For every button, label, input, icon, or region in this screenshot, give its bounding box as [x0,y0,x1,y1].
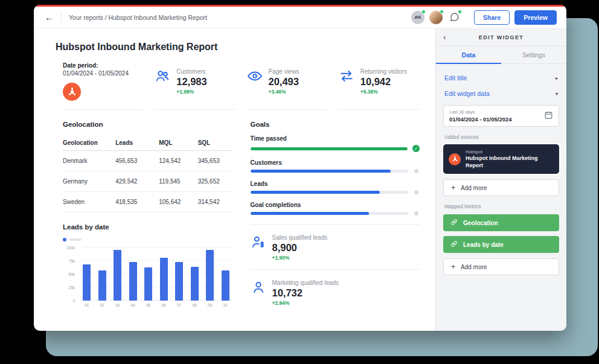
stat-card[interactable]: Marketing qualified leads 10,732 +2.94% [251,270,420,315]
kpi-row: Date period: 01/04/2024 - 01/05/2024 Cus… [56,62,420,110]
person-icon [251,279,266,295]
avatar-initials[interactable]: AK [411,11,424,24]
kpi-card[interactable]: Page views 20,493 +3.46% [247,62,328,110]
report-canvas: Hubspot Inbound Marketing Report Date pe… [34,28,435,331]
table-cell: 119,545 [159,178,197,185]
progress-end-dot [414,190,418,194]
panel-title: EDIT WIDGET [479,34,524,40]
table-cell: Sweden [63,199,115,205]
bar[interactable] [98,270,106,301]
bar[interactable] [114,250,121,301]
geolocation-section[interactable]: Geolocation GeolocationLeadsMQLSQLDenmar… [63,110,232,315]
table-header-row: GeolocationLeadsMQLSQL [63,135,232,151]
y-tick-label: 0 [72,299,75,303]
date-period-card[interactable]: Date period: 01/04/2024 - 01/05/2024 [63,62,144,110]
kpi-value: 10,942 [360,76,407,88]
date-period-value: 01/04/2024 - 01/05/2024 [63,70,144,77]
edit-title-link[interactable]: Edit title [444,74,467,81]
bar[interactable] [206,250,214,301]
progress-bar [251,191,409,194]
caret-right-icon: ▸ [556,75,558,81]
progress-bar [251,147,408,150]
table-row: Denmark456,653124,542345,653 [63,151,232,171]
table-cell: Denmark [63,158,115,164]
table-cell: 418,535 [115,199,159,205]
stat-value: 8,900 [272,242,328,254]
bar[interactable] [191,267,199,301]
bar[interactable] [83,264,91,301]
add-source-button[interactable]: + Add more [443,179,559,196]
stat-label: Marketing qualified leads [272,279,339,286]
table-cell: 105,642 [159,199,197,205]
share-button[interactable]: Share [474,10,510,25]
middle-sections: Geolocation GeolocationLeadsMQLSQLDenmar… [56,110,420,315]
stat-delta: +2.94% [272,300,339,306]
top-bar: ← Your reports / Hubspot Inbound Marketi… [34,7,566,28]
bottom-stats: Sales qualified leads 8,900 +1.90% Marke… [251,224,420,315]
chart-x-labels: 01020304050607080910 [80,301,232,307]
notification-dot [458,10,462,14]
tab-data[interactable]: Data [436,46,501,64]
goals-section[interactable]: Goals Time passed ✓ Customers Leads [251,110,420,315]
panel-body: Edit title ▸ Edit widget data ▾ Last 30 … [436,64,566,281]
edit-title-row[interactable]: Edit title ▸ [443,70,559,86]
table-cell: 124,542 [159,158,197,164]
avatar-initials-text: AK [414,14,421,20]
back-arrow-icon[interactable]: ← [45,12,54,22]
chart-bars [80,247,232,301]
bar[interactable] [144,267,152,301]
mapped-metric-chip[interactable]: Leads by date [443,236,559,253]
eye-icon [247,68,263,84]
breadcrumb[interactable]: Your reports / Hubspot Inbound Marketing… [69,14,207,21]
progress-bar [251,170,409,173]
goal-label: Goal completions [251,202,420,208]
date-range-picker[interactable]: Last 30 days 01/04/2024 - 01/05/2024 [443,105,559,127]
bar[interactable] [222,270,229,301]
chart-y-axis: 100k75k50k25k0 [63,247,77,301]
bar[interactable] [160,258,168,301]
kpi-value: 20,493 [269,76,300,88]
bar[interactable] [129,262,137,301]
people-icon [155,68,170,84]
metric-label: Geolocation [463,220,498,226]
preview-button[interactable]: Preview [514,10,557,25]
edit-widget-data-row[interactable]: Edit widget data ▾ [443,86,559,101]
stat-card[interactable]: Sales qualified leads 8,900 +1.90% [251,225,420,270]
kpi-card[interactable]: Returning visitors 10,942 +5.38% [339,62,420,110]
table-row: Germany429,542119,545325,652 [63,171,232,192]
chevron-left-icon[interactable]: ‹ [443,33,446,41]
add-metric-button[interactable]: + Add more [443,258,559,275]
kpi-card[interactable]: Customers 12,983 +1.98% [155,62,235,110]
x-tick-label: 10 [222,303,229,307]
kpi-delta: +1.98% [176,89,207,95]
leads-by-date-chart[interactable]: 100k75k50k25k0 01020304050607080910 [63,247,232,307]
chat-icon[interactable] [447,11,461,24]
app-window: ← Your reports / Hubspot Inbound Marketi… [34,5,566,331]
goal-row: Customers [251,159,420,173]
person-dollar-icon [251,234,266,250]
kpi-label: Returning visitors [360,68,407,75]
panel-tabs: DataSettings [436,46,566,64]
chart-plot [80,247,232,301]
date-range-value: 01/04/2024 - 01/05/2024 [449,116,512,123]
goal-row: Time passed ✓ [251,135,420,152]
kpi-label: Customers [176,68,207,75]
mapped-metric-chip[interactable]: Geolocation [443,214,559,231]
kpi-delta: +3.46% [269,89,300,95]
column-header: MQL [159,139,197,146]
add-more-label: Add more [461,264,487,270]
topbar-actions: AK Share Preview [411,10,557,25]
source-card[interactable]: Hubspot Hubspot Inbound Marketing Report [443,144,559,174]
divider [61,13,62,22]
page-title: Hubspot Inbound Marketing Report [56,42,420,53]
bar[interactable] [175,262,183,301]
column-header: Geolocation [63,139,115,146]
stat-label: Sales qualified leads [272,234,328,241]
edit-widget-data-link[interactable]: Edit widget data [444,90,490,97]
tab-settings[interactable]: Settings [501,46,566,63]
added-sources-label: Added sources [444,134,558,140]
hubspot-logo-icon [449,153,461,165]
user-avatar-photo[interactable] [429,11,443,24]
legend-pill [69,238,82,241]
kpi-label: Page views [269,68,300,75]
